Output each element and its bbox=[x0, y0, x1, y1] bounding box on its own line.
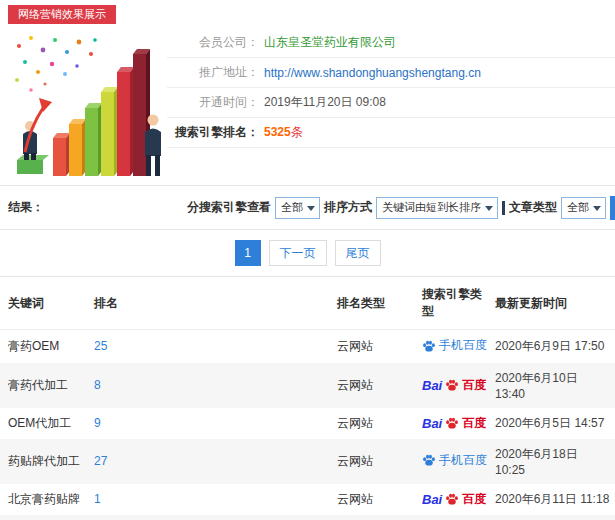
mobile-baidu-icon bbox=[422, 453, 436, 467]
rank-link[interactable]: 9 bbox=[94, 416, 101, 430]
engine-cell: 手机百度 bbox=[422, 452, 487, 469]
mobile-baidu-icon bbox=[422, 339, 436, 353]
filter-bar: 结果： 分搜索引擎查看 全部 排序方式 关键词由短到长排序 文章类型 全部 提交 bbox=[0, 186, 615, 230]
keyword-cell: OEM代加工 bbox=[0, 408, 90, 439]
baidu-logo-text: Bai bbox=[422, 378, 442, 393]
header-updated: 最新更新时间 bbox=[491, 277, 615, 330]
engine-rank-value: 5325条 bbox=[264, 124, 303, 141]
engine-filter-label: 分搜索引擎查看 bbox=[187, 199, 271, 216]
filters: 分搜索引擎查看 全部 排序方式 关键词由短到长排序 文章类型 全部 提交 bbox=[187, 196, 615, 220]
rank-unit: 条 bbox=[291, 125, 303, 139]
engine-label: 百度 bbox=[462, 377, 486, 394]
company-link[interactable]: 山东皇圣堂药业有限公司 bbox=[264, 34, 396, 51]
rank-type-cell: 云网站 bbox=[333, 408, 418, 439]
keyword-cell: 膏药OEM bbox=[0, 330, 90, 363]
rank-link[interactable]: 25 bbox=[94, 339, 107, 353]
baidu-paw-icon bbox=[445, 492, 459, 506]
page-title: 网络营销效果展示 bbox=[8, 5, 116, 24]
baidu-paw-icon bbox=[445, 416, 459, 430]
engine-rank-row: 搜索引擎排名： 5325条 bbox=[167, 118, 615, 148]
updated-cell: 2020年6月18日 10:25 bbox=[491, 439, 615, 484]
table-row: 膏药代加工 8 云网站 Bai百度 2020年6月10日 13:40 bbox=[0, 363, 615, 408]
table-row: 北京膏药贴牌 1 云网站 Bai百度 2020年6月11日 11:18 bbox=[0, 484, 615, 515]
chevron-down-icon bbox=[307, 206, 315, 211]
table-row: 枣庄膏药加工 1,4,6 云网站 手机百度 2020年6月18日 10:19 bbox=[0, 515, 615, 520]
pagination: 1 下一页 尾页 bbox=[0, 230, 615, 276]
keyword-cell: 枣庄膏药加工 bbox=[0, 515, 90, 520]
updated-cell: 2020年6月18日 10:19 bbox=[491, 515, 615, 520]
engine-cell: Bai百度 bbox=[422, 415, 486, 432]
sort-filter-label: 排序方式 bbox=[324, 199, 372, 216]
next-page-button[interactable]: 下一页 bbox=[269, 240, 327, 266]
rank-count: 5325 bbox=[264, 125, 291, 139]
page: 网络营销效果展示 bbox=[0, 0, 615, 520]
company-label: 会员公司： bbox=[167, 34, 259, 51]
baidu-logo-text: Bai bbox=[422, 492, 442, 507]
sort-filter-select[interactable]: 关键词由短到长排序 bbox=[376, 197, 498, 219]
header-engine-type: 搜索引擎类型 bbox=[418, 277, 491, 330]
member-info-list: 会员公司： 山东皇圣堂药业有限公司 推广地址： http://www.shand… bbox=[167, 28, 615, 185]
rank-link[interactable]: 1 bbox=[94, 492, 101, 506]
last-page-button[interactable]: 尾页 bbox=[335, 240, 381, 266]
keyword-cell: 膏药代加工 bbox=[0, 363, 90, 408]
top-bar: 网络营销效果展示 bbox=[0, 0, 615, 28]
url-row: 推广地址： http://www.shandonghuangshengtang.… bbox=[167, 58, 615, 88]
updated-cell: 2020年6月10日 13:40 bbox=[491, 363, 615, 408]
engine-cell: Bai百度 bbox=[422, 377, 486, 394]
open-time-value: 2019年11月20日 09:08 bbox=[264, 94, 386, 111]
member-info-section: 会员公司： 山东皇圣堂药业有限公司 推广地址： http://www.shand… bbox=[0, 28, 615, 186]
marketing-illustration bbox=[5, 28, 167, 180]
open-time-label: 开通时间： bbox=[167, 94, 259, 111]
engine-filter-select[interactable]: 全部 bbox=[275, 197, 320, 219]
rank-type-cell: 云网站 bbox=[333, 484, 418, 515]
chevron-down-icon bbox=[593, 206, 601, 211]
promo-url-link[interactable]: http://www.shandonghuangshengtang.cn bbox=[264, 66, 481, 80]
rank-link[interactable]: 27 bbox=[94, 454, 107, 468]
table-row: 药贴牌代加工 27 云网站 手机百度 2020年6月18日 10:25 bbox=[0, 439, 615, 484]
chevron-down-icon bbox=[485, 206, 493, 211]
open-time-row: 开通时间： 2019年11月20日 09:08 bbox=[167, 88, 615, 118]
sort-filter-value: 关键词由短到长排序 bbox=[382, 200, 481, 215]
page-number-1[interactable]: 1 bbox=[235, 240, 261, 266]
header-rank: 排名 bbox=[90, 277, 333, 330]
keyword-cell: 药贴牌代加工 bbox=[0, 439, 90, 484]
rank-type-cell: 云网站 bbox=[333, 330, 418, 363]
url-label: 推广地址： bbox=[167, 64, 259, 81]
engine-label: 百度 bbox=[462, 491, 486, 508]
engine-cell: 手机百度 bbox=[422, 337, 487, 354]
rank-type-cell: 云网站 bbox=[333, 515, 418, 520]
updated-cell: 2020年6月5日 14:57 bbox=[491, 408, 615, 439]
header-keyword: 关键词 bbox=[0, 277, 90, 330]
submit-button[interactable]: 提交 bbox=[610, 196, 615, 220]
article-type-select[interactable]: 全部 bbox=[561, 197, 606, 219]
updated-cell: 2020年6月11日 11:18 bbox=[491, 484, 615, 515]
engine-rank-label: 搜索引擎排名： bbox=[167, 124, 259, 141]
engine-filter-value: 全部 bbox=[281, 200, 303, 215]
engine-label: 百度 bbox=[462, 415, 486, 432]
table-row: OEM代加工 9 云网站 Bai百度 2020年6月5日 14:57 bbox=[0, 408, 615, 439]
article-type-label: 文章类型 bbox=[509, 199, 557, 216]
baidu-logo-text: Bai bbox=[422, 416, 442, 431]
article-type-value: 全部 bbox=[567, 200, 589, 215]
header-rank-type: 排名类型 bbox=[333, 277, 418, 330]
baidu-paw-icon bbox=[445, 378, 459, 392]
result-label: 结果： bbox=[8, 199, 187, 216]
engine-label: 手机百度 bbox=[439, 452, 487, 469]
engine-cell: Bai百度 bbox=[422, 491, 486, 508]
engine-label: 手机百度 bbox=[439, 337, 487, 354]
separator bbox=[502, 201, 505, 215]
rank-type-cell: 云网站 bbox=[333, 439, 418, 484]
table-header-row: 关键词 排名 排名类型 搜索引擎类型 最新更新时间 bbox=[0, 277, 615, 330]
rank-link[interactable]: 8 bbox=[94, 378, 101, 392]
rank-type-cell: 云网站 bbox=[333, 363, 418, 408]
keyword-cell: 北京膏药贴牌 bbox=[0, 484, 90, 515]
updated-cell: 2020年6月9日 17:50 bbox=[491, 330, 615, 363]
keyword-rank-table: 关键词 排名 排名类型 搜索引擎类型 最新更新时间 膏药OEM 25 云网站 手… bbox=[0, 276, 615, 520]
table-row: 膏药OEM 25 云网站 手机百度 2020年6月9日 17:50 bbox=[0, 330, 615, 363]
company-row: 会员公司： 山东皇圣堂药业有限公司 bbox=[167, 28, 615, 58]
